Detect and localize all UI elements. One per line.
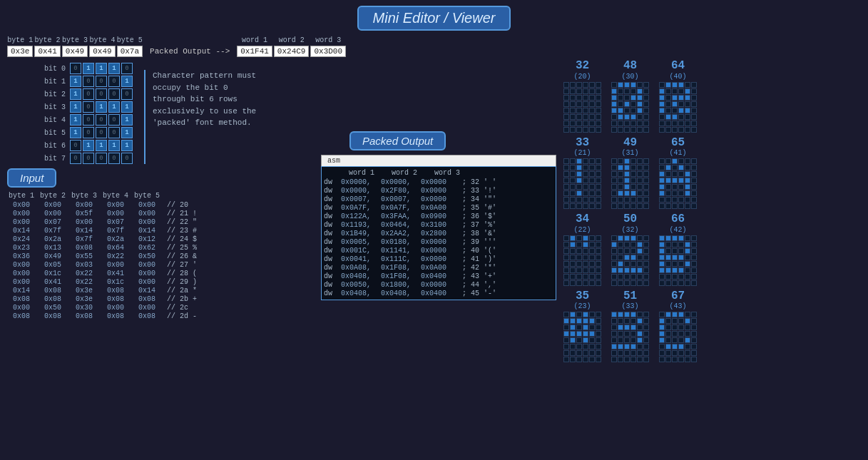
pixel-r1-c2-pr6-pc1 [665,197,671,203]
byte-value-4[interactable]: 0x49 [89,46,115,57]
pixel-r2-c0-pr6-pc1 [570,274,576,280]
pixel-r3-c2-pr0-pc1 [665,312,671,317]
pixel-r1-c1-pr5-pc0 [611,190,617,196]
pixel-r1-c2-pr6-pc3 [678,197,684,203]
pixel-r2-c1-pr3-pc2 [624,255,630,260]
pixel-r1-c0-pr3-pc5 [596,178,601,183]
pixel-r3-c0-pr7-pc3 [583,357,588,362]
pixel-r1-c2-pr5-pc2 [672,190,678,196]
char-pixel-grid-r0-c1 [611,82,649,133]
input-cell-r7-c3: 0x00 [101,261,130,269]
byte-value-3[interactable]: 0x49 [62,46,88,57]
char-block-r1-c1: 49(31) [611,137,649,210]
byte-value-2[interactable]: 0x41 [34,46,60,57]
pixel-r3-c2-pr4-pc2 [672,337,678,343]
pixel-r0-c2-pr2-pc5 [691,95,697,101]
input-cell-r2-c2: 0x00 [70,218,98,226]
pixel-r3-c0-pr7-pc1 [570,357,576,362]
packed-val-r11-c2: 0x0400 [421,272,459,280]
pixel-r1-c0-pr6-pc0 [563,197,569,203]
pixel-r0-c1-pr3-pc2 [624,101,630,107]
word-field-top-3: word 30x3D00 [310,36,346,57]
pixel-r1-c1-pr6-pc3 [630,197,636,203]
byte-value-5[interactable]: 0x7a [117,46,143,57]
pixel-r2-c0-pr2-pc4 [589,248,595,254]
char-sub-r2-c1: (32) [621,226,638,234]
bit-row-7: bit 700000 [43,153,133,164]
pixel-r0-c0-pr6-pc3 [583,121,588,126]
byte-value-1[interactable]: 0x3e [7,46,33,57]
pixel-r0-c2-pr2-pc0 [659,95,665,101]
packed-prefix-4: dw [324,213,339,220]
pixel-r2-c1-pr7-pc3 [630,280,636,286]
pixel-r0-c0-pr7-pc3 [583,127,588,133]
pixel-r0-c0-pr4-pc2 [576,108,582,113]
input-table-body: 0x000x000x000x000x00// 200x000x000x5f0x0… [7,201,314,320]
asm-tab[interactable]: asm [321,155,556,166]
packed-comment-2: ; 34 '"' [462,195,496,203]
pixel-r2-c2-pr2-pc5 [691,248,697,254]
bit-grid-area: bit 001110bit 110001bit 210000bit 310111… [43,63,314,164]
input-cell-r4-c0: 0x24 [7,235,36,243]
pixel-r1-c0-pr0-pc0 [563,158,569,164]
pixel-r0-c0-pr6-pc4 [589,121,595,126]
bit-cell-r2-c3: 0 [108,88,120,100]
pixel-r0-c2-pr0-pc2 [672,82,678,88]
pixel-r3-c2-pr6-pc5 [691,350,697,356]
pixel-r0-c0-pr2-pc2 [576,95,582,101]
packed-row-9: dw0x0041,0x111C,0x0000; 41 ')' [324,255,553,263]
packed-prefix-1: dw [324,187,339,195]
packed-val-r9-c1: 0x111C, [381,255,419,263]
pixel-r1-c1-pr4-pc5 [643,184,649,190]
input-row-1: 0x000x000x5f0x000x00// 21 ! [7,210,314,218]
pixel-r3-c2-pr4-pc1 [665,337,671,343]
pixel-r2-c0-pr3-pc2 [576,255,582,260]
pixel-r0-c0-pr3-pc4 [589,101,595,107]
pixel-r0-c0-pr7-pc2 [576,127,582,133]
pixel-r1-c0-pr0-pc4 [589,158,595,164]
pixel-r1-c1-pr4-pc2 [624,184,630,190]
pixel-r0-c0-pr3-pc0 [563,101,569,107]
pixel-r2-c1-pr5-pc1 [618,267,623,273]
pixel-r2-c0-pr5-pc1 [570,267,576,273]
char-block-r2-c1: 50(32) [611,213,649,286]
pixel-r0-c1-pr0-pc5 [643,82,649,88]
input-cell-r5-c0: 0x23 [7,244,36,252]
pixel-r3-c0-pr6-pc0 [563,350,569,356]
pixel-r1-c2-pr2-pc3 [678,171,684,177]
pixel-r2-c2-pr3-pc3 [678,255,684,260]
input-cell-r11-c3: 0x08 [101,295,130,303]
pixel-r3-c0-pr4-pc2 [576,337,582,343]
pixel-r1-c2-pr3-pc0 [659,178,665,183]
pixel-r3-c1-pr0-pc5 [643,312,649,317]
pixel-r2-c2-pr5-pc3 [678,267,684,273]
pixel-r3-c0-pr6-pc3 [583,350,588,356]
char-grid-display: 32(20)48(30)64(40)33(21)49(31)65(41)34(2… [563,60,861,362]
pixel-r1-c0-pr4-pc0 [563,184,569,190]
pixel-r1-c0-pr5-pc5 [596,190,601,196]
pixel-r0-c1-pr6-pc5 [643,121,649,126]
packed-val-r6-c1: 0x2AA2, [381,230,419,237]
word-value-top-3: 0x3D00 [310,46,346,57]
pixel-r2-c1-pr0-pc3 [630,235,636,241]
pixel-r2-c2-pr7-pc0 [659,280,665,286]
pixel-r3-c2-pr0-pc5 [691,312,697,317]
packed-val-r7-c1: 0x0180, [381,238,419,246]
char-sub-r0-c2: (40) [669,73,686,81]
pixel-r1-c0-pr0-pc1 [570,158,576,164]
pixel-r2-c2-pr5-pc5 [691,267,697,273]
pixel-r3-c1-pr5-pc4 [637,344,643,349]
bit-cell-r3-c1: 0 [83,101,94,113]
pixel-r0-c1-pr5-pc3 [630,114,636,120]
pixel-r0-c2-pr0-pc3 [678,82,684,88]
char-sub-r3-c1: (33) [621,302,638,310]
packed-val-r3-c0: 0x0A7F, [341,204,379,212]
pixel-r0-c1-pr7-pc1 [618,127,623,133]
pixel-r0-c2-pr1-pc4 [685,88,690,94]
pixel-r1-c1-pr3-pc4 [637,178,643,183]
pixel-r1-c0-pr2-pc5 [596,171,601,177]
pixel-r0-c0-pr3-pc3 [583,101,588,107]
pixel-r2-c1-pr7-pc5 [643,280,649,286]
input-cell-r13-c0: 0x08 [7,312,36,320]
pixel-r1-c2-pr1-pc3 [678,165,684,170]
